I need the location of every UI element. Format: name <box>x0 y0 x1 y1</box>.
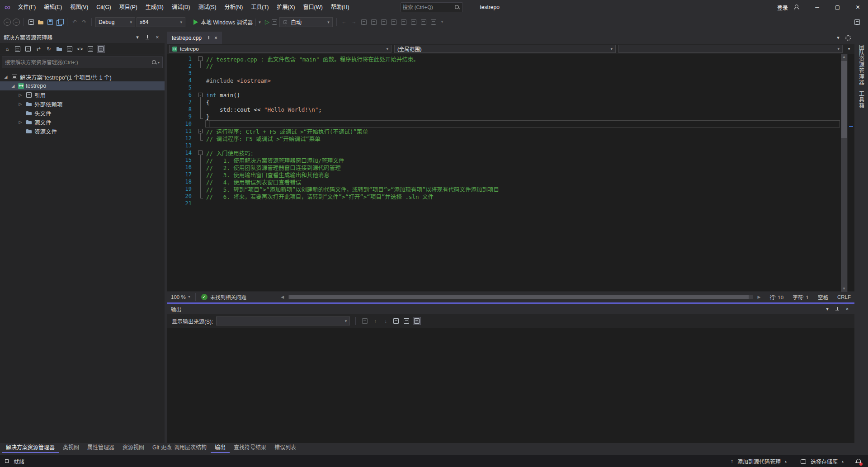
send-feedback-icon[interactable] <box>854 19 861 26</box>
window-position-icon[interactable]: ▾ <box>824 306 831 313</box>
collapse-region-icon[interactable]: - <box>198 151 203 155</box>
document-health-indicator[interactable]: 未找到相关问题 <box>201 293 247 301</box>
prev-message-icon[interactable]: ↑ <box>372 317 379 325</box>
solution-explorer-search-input[interactable] <box>5 60 151 65</box>
close-icon[interactable]: × <box>844 306 851 313</box>
nav-backward-icon[interactable]: ← <box>4 19 11 26</box>
tool-window-tab[interactable]: 类视图 <box>59 443 83 453</box>
code-line[interactable]: 5 <box>167 84 841 91</box>
open-file-icon[interactable] <box>37 19 44 26</box>
pin-icon[interactable] <box>834 306 841 313</box>
nav-forward-icon[interactable]: → <box>13 19 20 26</box>
scrollbar-thumb[interactable] <box>289 295 749 299</box>
code-line[interactable]: 12// 调试程序: F5 或调试 >“开始调试”菜单 <box>167 135 841 142</box>
window-position-icon[interactable]: ▾ <box>134 34 141 41</box>
preview-selected-icon[interactable] <box>97 45 104 52</box>
redo-icon[interactable]: ↷ <box>80 19 88 26</box>
tool-window-tab[interactable]: 资源视图 <box>118 443 148 453</box>
tool-window-tab[interactable]: 解决方案资源管理器 <box>2 443 59 453</box>
pin-messages-icon[interactable] <box>413 317 420 325</box>
add-to-source-control-button[interactable]: 添加到源代码管理 <box>737 458 781 465</box>
code-line[interactable]: 3 <box>167 70 841 77</box>
menu-item[interactable]: 调试(D) <box>168 0 194 14</box>
home-icon[interactable]: ⌂ <box>4 45 11 52</box>
menu-item[interactable]: 项目(P) <box>115 0 142 14</box>
unindent-icon[interactable] <box>390 19 397 26</box>
toolbar-options-icon[interactable]: ▾ <box>439 19 446 26</box>
menu-item[interactable]: 文件(F) <box>14 0 40 14</box>
code-line[interactable]: 4#include <iostream> <box>167 77 841 84</box>
code-line[interactable]: 7{ <box>167 99 841 106</box>
nav-member-combo[interactable]: ▾ <box>618 45 843 53</box>
save-all-icon[interactable] <box>56 19 63 26</box>
background-tasks-icon[interactable] <box>4 458 10 464</box>
pending-filter-icon[interactable] <box>24 45 32 52</box>
properties-icon[interactable] <box>87 45 94 52</box>
sign-in-link[interactable]: 登录 <box>777 4 788 11</box>
expander-icon[interactable]: ◢ <box>3 75 9 79</box>
minimize-button[interactable]: ─ <box>807 0 827 14</box>
code-line[interactable]: 9} <box>167 113 841 120</box>
close-icon[interactable]: × <box>214 35 217 41</box>
status-spaces-indicator[interactable]: 空格 <box>818 293 828 301</box>
chevron-up-icon[interactable]: ▴ <box>785 459 787 463</box>
notifications-bell-icon[interactable] <box>854 458 862 465</box>
menu-item[interactable]: 分析(N) <box>221 0 247 14</box>
tree-item[interactable]: ▷外部依赖项 <box>0 99 165 108</box>
menu-item[interactable]: 工具(T) <box>247 0 273 14</box>
solution-platform-combo[interactable]: x64 ▾ <box>137 17 185 27</box>
code-line[interactable]: 13 <box>167 142 841 149</box>
refresh-icon[interactable]: ↻ <box>45 45 52 52</box>
undo-icon[interactable]: ↶ <box>71 19 78 26</box>
chevron-down-icon[interactable]: ▾ <box>158 61 160 65</box>
goto-message-icon[interactable] <box>361 317 368 325</box>
code-line[interactable]: 1-// testrepo.cpp : 此文件包含 "main" 函数。程序执行… <box>167 55 841 62</box>
tool-window-tab[interactable]: 输出 <box>211 443 230 453</box>
close-icon[interactable]: × <box>154 34 161 41</box>
status-line-indicator[interactable]: 行: 10 <box>769 293 783 301</box>
menu-item[interactable]: 视图(V) <box>66 0 92 14</box>
autohide-tab[interactable]: 团队资源管理器 <box>858 42 865 88</box>
tool-window-tab[interactable]: 调用层次结构 <box>170 443 211 453</box>
tree-item[interactable]: ◢解决方案"testrepo"(1 个项目/共 1 个) <box>0 72 165 81</box>
window-layout-icon[interactable] <box>28 19 35 26</box>
code-line[interactable]: 20// 6. 将来，若要再次打开此项目，请转到“文件”>“打开”>“项目”并选… <box>167 193 841 200</box>
expander-icon[interactable]: ▷ <box>17 102 24 106</box>
collapse-region-icon[interactable]: - <box>198 129 203 133</box>
solution-configuration-combo[interactable]: Debug ▾ <box>95 17 135 27</box>
menu-item[interactable]: 帮助(H) <box>327 0 354 14</box>
bookmark-prev-icon[interactable] <box>410 19 417 26</box>
navbar-expand-icon[interactable]: ▾ <box>845 45 853 52</box>
nav-scope-combo[interactable]: (全局范围) ▾ <box>394 45 616 53</box>
account-icon[interactable] <box>793 4 800 11</box>
bookmark-toggle-icon[interactable] <box>400 19 407 26</box>
save-icon[interactable] <box>47 19 54 26</box>
chevron-up-icon[interactable]: ▴ <box>842 459 844 463</box>
tree-item[interactable]: 头文件 <box>0 108 165 118</box>
active-files-icon[interactable]: ▾ <box>835 34 842 42</box>
code-line[interactable]: 2// <box>167 62 841 70</box>
menu-item[interactable]: Git(G) <box>92 0 115 14</box>
tree-item[interactable]: ▷源文件 <box>0 118 165 127</box>
indent-icon[interactable] <box>380 19 387 26</box>
collapse-region-icon[interactable]: - <box>198 93 203 97</box>
scroll-down-icon[interactable]: ▼ <box>841 287 847 291</box>
word-wrap-icon[interactable] <box>403 317 410 325</box>
comment-icon[interactable] <box>360 19 368 26</box>
nav-project-combo[interactable]: ++ testrepo ▾ <box>169 45 392 53</box>
hot-reload-combo[interactable]: 自动 ▾ <box>279 17 333 27</box>
document-tab[interactable]: testrepo.cpp × <box>167 32 222 44</box>
expander-icon[interactable]: ◢ <box>10 84 16 88</box>
clear-all-icon[interactable] <box>392 317 400 325</box>
tool-window-tab[interactable]: 查找符号结果 <box>230 443 270 453</box>
vertical-scrollbar[interactable]: ▲ ▼ <box>841 54 847 292</box>
solution-explorer-header[interactable]: 解决方案资源管理器 ▾× <box>0 32 165 43</box>
view-code-icon[interactable]: <> <box>76 45 84 52</box>
solution-explorer-search-box[interactable]: ▾ <box>2 57 163 68</box>
select-repository-button[interactable]: 选择存储库 <box>811 458 838 465</box>
tool-window-tab[interactable]: 错误列表 <box>270 443 300 453</box>
scrollbar-thumb[interactable] <box>841 61 847 138</box>
bookmark-next-icon[interactable] <box>420 19 427 26</box>
pin-icon[interactable] <box>144 34 151 41</box>
menu-item[interactable]: 编辑(E) <box>40 0 66 14</box>
